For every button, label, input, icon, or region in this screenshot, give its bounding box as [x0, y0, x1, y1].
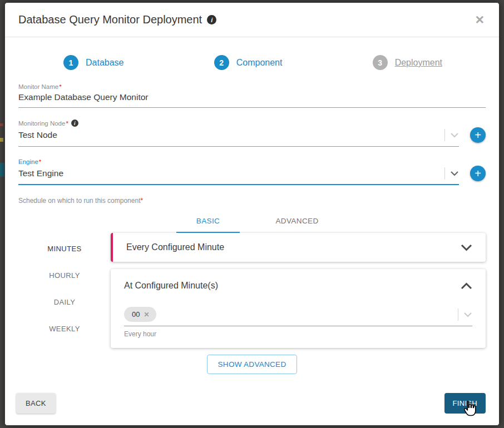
- chip-value: 00: [132, 310, 140, 318]
- schedule-mode-tabs: BASIC ADVANCED: [65, 209, 440, 233]
- backdrop-fragment: [0, 138, 3, 142]
- monitoring-node-field: Monitoring Node* i Test Node +: [18, 120, 486, 147]
- step-database[interactable]: 1 Database: [63, 55, 124, 70]
- monitoring-node-label: Monitoring Node* i: [18, 120, 459, 127]
- monitor-name-input[interactable]: Example Database Query Monitor: [18, 90, 486, 108]
- required-asterisk: *: [66, 120, 68, 127]
- chip-remove-icon[interactable]: ✕: [144, 311, 149, 318]
- minute-chip: 00 ✕: [124, 307, 156, 322]
- chevron-down-icon[interactable]: [461, 244, 472, 251]
- chevron-down-icon[interactable]: [463, 312, 472, 317]
- finish-button-label: FINISH: [453, 399, 477, 407]
- step-number-badge: 3: [373, 55, 388, 70]
- tab-minutes[interactable]: MINUTES: [18, 235, 111, 262]
- at-configured-minutes-panel: At Configured Minute(s) 00 ✕: [111, 269, 486, 348]
- panel-title: Every Configured Minute: [126, 242, 461, 252]
- select-divider: [444, 167, 445, 180]
- modal-header: Database Query Monitor Deployment i ✕: [5, 3, 499, 37]
- step-label: Database: [86, 58, 124, 68]
- schedule-main: BASIC ADVANCED Every Configured Minute A…: [111, 209, 486, 348]
- tab-basic[interactable]: BASIC: [164, 209, 253, 233]
- wizard-stepper: 1 Database 2 Component 3 Deployment: [63, 55, 442, 70]
- schedule-helper-text: Every hour: [124, 330, 472, 338]
- monitoring-node-select[interactable]: Test Node: [18, 127, 459, 147]
- engine-value[interactable]: Test Engine: [18, 168, 441, 178]
- schedule-builder: MINUTES HOURLY DAILY WEEKLY BASIC ADVANC…: [5, 205, 499, 348]
- step-number-badge: 2: [214, 55, 229, 70]
- monitor-name-value[interactable]: Example Database Query Monitor: [18, 92, 486, 102]
- modal-footer: BACK FINISH: [5, 393, 499, 425]
- monitor-name-label: Monitor Name*: [18, 83, 486, 90]
- add-node-button[interactable]: +: [470, 127, 486, 143]
- minutes-multiselect[interactable]: 00 ✕: [124, 307, 472, 326]
- finish-button[interactable]: FINISH: [444, 393, 486, 414]
- close-icon[interactable]: ✕: [475, 14, 485, 26]
- required-asterisk: *: [59, 83, 61, 90]
- step-label: Component: [236, 58, 283, 68]
- tab-weekly[interactable]: WEEKLY: [18, 315, 111, 342]
- modal-title: Database Query Monitor Deployment: [18, 13, 202, 26]
- deployment-wizard-modal: Database Query Monitor Deployment i ✕ 1 …: [4, 2, 500, 426]
- required-asterisk: *: [140, 197, 143, 205]
- label-text: Monitor Name: [18, 83, 58, 90]
- chevron-down-icon[interactable]: [450, 171, 459, 176]
- monitoring-node-value[interactable]: Test Node: [18, 130, 441, 140]
- required-asterisk: *: [39, 158, 41, 165]
- step-label: Deployment: [395, 58, 442, 68]
- show-advanced-button[interactable]: SHOW ADVANCED: [207, 355, 298, 374]
- backdrop-fragment: [0, 163, 4, 177]
- monitor-name-field: Monitor Name* Example Database Query Mon…: [18, 83, 486, 108]
- engine-select[interactable]: Test Engine: [18, 165, 459, 185]
- select-divider: [444, 129, 445, 141]
- step-deployment[interactable]: 3 Deployment: [373, 55, 442, 70]
- engine-field: Engine* Test Engine +: [18, 158, 486, 185]
- backdrop-fragment: [0, 123, 3, 126]
- tab-advanced[interactable]: ADVANCED: [253, 209, 342, 233]
- chevron-up-icon[interactable]: [461, 282, 472, 290]
- show-advanced-row: SHOW ADVANCED: [5, 355, 499, 374]
- panel-header[interactable]: At Configured Minute(s): [124, 281, 472, 291]
- tab-hourly[interactable]: HOURLY: [18, 262, 111, 288]
- component-form: Monitor Name* Example Database Query Mon…: [5, 70, 499, 205]
- every-configured-minute-panel[interactable]: Every Configured Minute: [111, 233, 486, 262]
- label-text: Monitoring Node: [18, 120, 65, 127]
- panel-title: At Configured Minute(s): [124, 281, 461, 291]
- step-component[interactable]: 2 Component: [214, 55, 283, 70]
- add-engine-button[interactable]: +: [470, 166, 486, 181]
- schedule-heading: Schedule on which to run this component*: [18, 197, 486, 205]
- chevron-down-icon[interactable]: [450, 132, 459, 138]
- select-divider: [458, 308, 458, 321]
- label-text: Engine: [18, 158, 38, 165]
- tab-daily[interactable]: DAILY: [18, 288, 111, 315]
- step-number-badge: 1: [63, 55, 78, 70]
- engine-label: Engine*: [18, 158, 459, 165]
- info-icon[interactable]: i: [207, 15, 216, 24]
- back-button[interactable]: BACK: [16, 393, 56, 414]
- info-icon[interactable]: i: [71, 120, 78, 127]
- heading-text: Schedule on which to run this component: [18, 197, 140, 205]
